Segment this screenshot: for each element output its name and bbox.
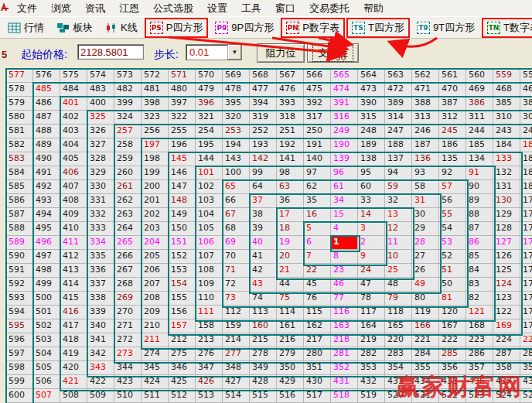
grid-cell-281[interactable]: 281 <box>331 347 358 361</box>
grid-cell-86[interactable]: 86 <box>466 236 493 250</box>
grid-cell-3[interactable]: 3 <box>358 222 385 236</box>
grid-cell-92[interactable]: 92 <box>439 166 466 180</box>
grid-cell-406[interactable]: 406 <box>60 166 87 180</box>
grid-cell-197[interactable]: 197 <box>142 138 169 152</box>
grid-cell-33[interactable]: 33 <box>358 194 385 208</box>
grid-cell-91[interactable]: 91 <box>466 166 493 180</box>
grid-cell-255[interactable]: 255 <box>169 125 196 138</box>
grid-cell-329[interactable]: 329 <box>87 166 114 180</box>
grid-cell-40[interactable]: 40 <box>250 236 277 250</box>
grid-cell-106[interactable]: 106 <box>196 236 223 250</box>
grid-cell-485[interactable]: 485 <box>33 83 60 97</box>
grid-cell-426[interactable]: 426 <box>196 375 223 389</box>
grid-cell-478[interactable]: 478 <box>223 83 250 97</box>
toolbar-item-2[interactable]: K线 <box>100 18 143 38</box>
grid-cell-498[interactable]: 498 <box>33 264 60 278</box>
grid-cell-581[interactable]: 581 <box>6 125 33 138</box>
grid-cell-25[interactable]: 25 <box>385 264 412 278</box>
grid-cell-160[interactable]: 160 <box>250 319 277 333</box>
grid-cell-273[interactable]: 273 <box>114 347 142 361</box>
grid-cell-179[interactable]: 179 <box>520 194 532 208</box>
grid-cell-21[interactable]: 21 <box>277 264 304 278</box>
grid-cell-217[interactable]: 217 <box>304 333 331 347</box>
grid-cell-5[interactable]: 5 <box>304 222 331 236</box>
grid-cell-96[interactable]: 96 <box>331 166 358 180</box>
grid-cell-521[interactable]: 521 <box>412 389 439 403</box>
grid-cell-488[interactable]: 488 <box>33 125 60 138</box>
grid-cell-578[interactable]: 578 <box>6 83 33 97</box>
grid-cell-143[interactable]: 143 <box>223 152 250 166</box>
grid-cell-61[interactable]: 61 <box>331 180 358 194</box>
grid-cell-82[interactable]: 82 <box>466 292 493 306</box>
grid-cell-17[interactable]: 17 <box>277 208 304 222</box>
grid-cell-34[interactable]: 34 <box>331 194 358 208</box>
grid-cell-111[interactable]: 111 <box>196 306 223 319</box>
grid-cell-75[interactable]: 75 <box>277 292 304 306</box>
grid-cell-223[interactable]: 223 <box>466 333 493 347</box>
grid-cell-274[interactable]: 274 <box>142 347 169 361</box>
grid-cell-500[interactable]: 500 <box>33 292 60 306</box>
grid-cell-206[interactable]: 206 <box>142 264 169 278</box>
grid-cell-194[interactable]: 194 <box>223 138 250 152</box>
grid-cell-242[interactable]: 242 <box>520 125 532 138</box>
grid-cell-200[interactable]: 200 <box>142 180 169 194</box>
grid-cell-358[interactable]: 358 <box>493 361 520 375</box>
grid-cell-435[interactable]: 435 <box>439 375 466 389</box>
menu-item-4[interactable]: 公式选股 <box>146 2 200 15</box>
grid-cell-484[interactable]: 484 <box>60 83 87 97</box>
grid-cell-97[interactable]: 97 <box>304 166 331 180</box>
grid-cell-590[interactable]: 590 <box>6 250 33 264</box>
grid-cell-335[interactable]: 335 <box>87 250 114 264</box>
grid-cell-414[interactable]: 414 <box>60 278 87 292</box>
grid-cell-489[interactable]: 489 <box>33 138 60 152</box>
grid-cell-493[interactable]: 493 <box>33 194 60 208</box>
grid-cell-81[interactable]: 81 <box>439 292 466 306</box>
grid-cell-187[interactable]: 187 <box>412 138 439 152</box>
grid-cell-122[interactable]: 122 <box>493 306 520 319</box>
grid-cell-311[interactable]: 311 <box>466 111 493 125</box>
grid-cell-418[interactable]: 418 <box>60 333 87 347</box>
grid-cell-52[interactable]: 52 <box>439 250 466 264</box>
grid-cell-411[interactable]: 411 <box>60 236 87 250</box>
grid-cell-36[interactable]: 36 <box>277 194 304 208</box>
grid-cell-151[interactable]: 151 <box>169 236 196 250</box>
grid-cell-490[interactable]: 490 <box>33 152 60 166</box>
grid-cell-175[interactable]: 175 <box>520 250 532 264</box>
grid-cell-495[interactable]: 495 <box>33 222 60 236</box>
grid-cell-563[interactable]: 563 <box>385 69 412 83</box>
toolbar-item-7[interactable]: T99T四方形 <box>411 18 480 38</box>
grid-cell-158[interactable]: 158 <box>196 319 223 333</box>
grid-cell-319[interactable]: 319 <box>250 111 277 125</box>
grid-cell-42[interactable]: 42 <box>250 264 277 278</box>
grid-cell-45[interactable]: 45 <box>304 278 331 292</box>
grid-cell-62[interactable]: 62 <box>304 180 331 194</box>
grid-cell-101[interactable]: 101 <box>196 166 223 180</box>
grid-cell-322[interactable]: 322 <box>169 111 196 125</box>
grid-cell-275[interactable]: 275 <box>169 347 196 361</box>
grid-cell-11[interactable]: 11 <box>385 236 412 250</box>
grid-cell-313[interactable]: 313 <box>412 111 439 125</box>
grid-cell-504[interactable]: 504 <box>33 347 60 361</box>
grid-cell-60[interactable]: 60 <box>358 180 385 194</box>
grid-cell-417[interactable]: 417 <box>60 319 87 333</box>
grid-cell-258[interactable]: 258 <box>114 138 142 152</box>
grid-cell-328[interactable]: 328 <box>87 152 114 166</box>
grid-cell-2[interactable]: 2 <box>358 236 385 250</box>
grid-cell-177[interactable]: 177 <box>520 222 532 236</box>
grid-cell-225[interactable]: 225 <box>520 333 532 347</box>
grid-cell-174[interactable]: 174 <box>520 264 532 278</box>
grid-cell-401[interactable]: 401 <box>60 97 87 111</box>
grid-cell-582[interactable]: 582 <box>6 138 33 152</box>
grid-cell-594[interactable]: 594 <box>6 306 33 319</box>
grid-cell-432[interactable]: 432 <box>358 375 385 389</box>
grid-cell-571[interactable]: 571 <box>169 69 196 83</box>
grid-cell-85[interactable]: 85 <box>466 250 493 264</box>
dropdown-arrow-icon[interactable]: ▼ <box>227 45 241 60</box>
grid-cell-318[interactable]: 318 <box>277 111 304 125</box>
grid-cell-577[interactable]: 577 <box>6 69 33 83</box>
grid-cell-506[interactable]: 506 <box>33 375 60 389</box>
grid-cell-254[interactable]: 254 <box>196 125 223 138</box>
grid-cell-354[interactable]: 354 <box>385 361 412 375</box>
grid-cell-338[interactable]: 338 <box>87 292 114 306</box>
grid-cell-568[interactable]: 568 <box>250 69 277 83</box>
